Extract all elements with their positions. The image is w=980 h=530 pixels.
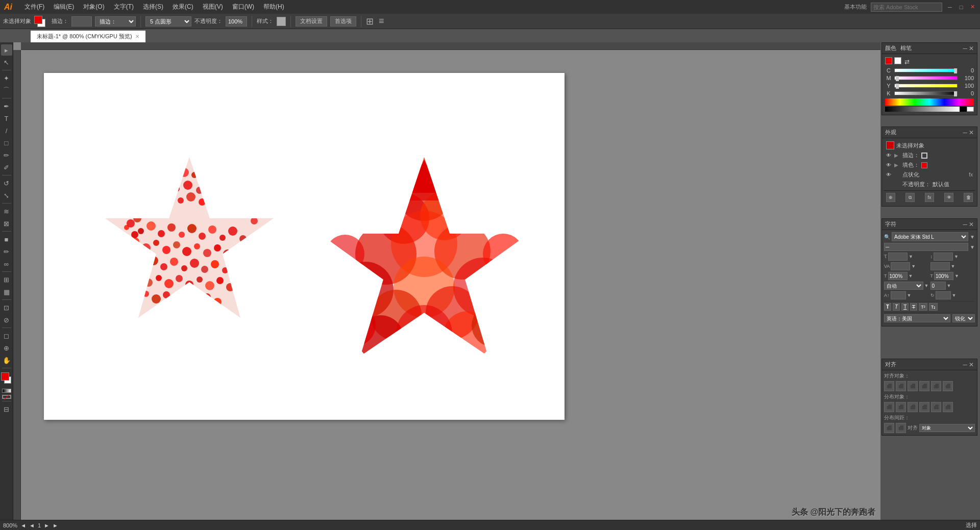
direct-selection-tool[interactable]: ↖ (1, 57, 12, 68)
menu-edit[interactable]: 编辑(E) (50, 2, 78, 12)
menu-type[interactable]: 文字(T) (110, 2, 138, 12)
stroke-swatch[interactable] (921, 153, 927, 159)
hand-tool[interactable]: ✋ (1, 355, 12, 366)
yellow-slider-thumb[interactable] (896, 84, 899, 89)
menu-object[interactable]: 对象(O) (79, 2, 108, 12)
dist-space-h-btn[interactable]: ⬛ (884, 423, 894, 433)
black-swatch-small[interactable] (960, 107, 967, 112)
auto-expand[interactable]: ▼ (924, 283, 929, 288)
appearance-panel-minimize[interactable]: ─ (963, 129, 967, 136)
align-top-btn[interactable]: ⬛ (919, 381, 929, 391)
selection-tool[interactable]: ▸ (1, 44, 12, 56)
font-dropdown[interactable]: Adobe 宋体 Std L (892, 232, 968, 241)
fill-eye-icon[interactable]: 👁 (886, 162, 892, 168)
menu-help[interactable]: 帮助(H) (259, 2, 288, 12)
lasso-tool[interactable]: ⌒ (1, 85, 12, 96)
opacity-input[interactable] (226, 16, 247, 27)
warp-tool[interactable]: ≋ (1, 206, 12, 217)
align-center-v-btn[interactable]: ⬛ (931, 381, 941, 391)
zoom-tool[interactable]: ⊕ (1, 342, 12, 354)
rotation-expand[interactable]: ▼ (952, 293, 957, 298)
spacing-expand[interactable]: ▼ (947, 283, 951, 288)
shape-dropdown[interactable]: 5 点圆形 (145, 16, 191, 27)
baseline-expand[interactable]: ▼ (907, 293, 912, 298)
pencil-tool[interactable]: ✐ (1, 162, 12, 173)
adobe-stock-search[interactable] (871, 3, 942, 12)
rotate-tool[interactable]: ↺ (1, 178, 12, 189)
dist-space-v-btn[interactable]: ⬛ (896, 423, 906, 433)
tracking-input[interactable]: 100% (891, 262, 910, 270)
close-button[interactable]: ✕ (969, 4, 976, 11)
dist-center-h-btn[interactable]: ⬛ (896, 402, 906, 412)
align-right-btn[interactable]: ⬛ (908, 381, 918, 391)
white-swatch-small[interactable] (967, 107, 974, 112)
magenta-slider-thumb[interactable] (896, 76, 899, 81)
app-icon-eye[interactable]: 👁 (944, 193, 953, 202)
font-style-expand[interactable]: ▼ (970, 244, 975, 250)
menu-window[interactable]: 窗口(W) (228, 2, 258, 12)
rectangle-tool[interactable]: □ (1, 137, 12, 148)
gradient-swatch[interactable] (2, 389, 11, 393)
size-expand[interactable]: ▼ (909, 254, 913, 259)
fill-expand-icon[interactable]: ▶ (894, 162, 900, 168)
menu-select[interactable]: 选择(S) (139, 2, 167, 12)
black-slider-thumb[interactable] (954, 91, 957, 96)
artboard-tool[interactable]: ⊡ (1, 302, 12, 313)
color-panel-minimize[interactable]: ─ (963, 45, 967, 52)
appearance-panel-close[interactable]: ✕ (969, 129, 974, 136)
stroke-width-input[interactable] (71, 16, 92, 27)
dist-left-btn[interactable]: ⬛ (884, 402, 894, 412)
h-scale-expand[interactable]: ▼ (909, 273, 913, 279)
dist-top-btn[interactable]: ⬛ (919, 402, 929, 412)
font-style-input[interactable]: ─ (884, 243, 968, 251)
doc-setup-button[interactable]: 文档设置 (296, 16, 327, 27)
fill-color-swatch[interactable] (34, 16, 42, 24)
app-icon-fx[interactable]: fx (925, 193, 934, 202)
menu-file[interactable]: 文件(F) (20, 2, 48, 12)
dist-bottom-btn[interactable]: ⬛ (943, 402, 953, 412)
aa-select[interactable]: 锐化 (952, 314, 975, 322)
tracking-expand[interactable]: ▼ (911, 264, 916, 269)
effect-fx-label[interactable]: fx (969, 172, 973, 178)
app-icon-duplicate[interactable]: ⧉ (905, 193, 915, 202)
type-tool[interactable]: T (1, 113, 12, 124)
minimize-button[interactable]: ─ (946, 4, 953, 11)
document-tab[interactable]: 未标题-1* @ 800% (CMYK/GPU 预览) ✕ (31, 30, 146, 42)
bottom-arrow-left[interactable]: ◄ (20, 522, 26, 528)
stroke-type-dropdown[interactable]: 描边： (95, 16, 136, 27)
color-panel-close[interactable]: ✕ (969, 45, 974, 52)
bw-spectrum[interactable] (885, 107, 960, 112)
font-size-input[interactable]: 12 pt (888, 253, 908, 261)
pen-tool[interactable]: ✒ (1, 100, 12, 112)
tab-close-button[interactable]: ✕ (135, 34, 139, 39)
leading-expand[interactable]: ▼ (954, 254, 959, 259)
char-panel-minimize[interactable]: ─ (963, 221, 967, 228)
blend-tool[interactable]: ∞ (1, 258, 12, 269)
prefs-button[interactable]: 首选项 (330, 16, 356, 27)
h-scale-input[interactable] (888, 272, 908, 280)
underline-button[interactable]: T (901, 303, 909, 311)
app-icon-add[interactable]: ⊕ (886, 193, 895, 202)
align-panel-close[interactable]: ✕ (969, 361, 974, 368)
subscript-button[interactable]: T₂ (929, 303, 938, 311)
spacing-input[interactable] (930, 282, 946, 290)
bold-button[interactable]: T (884, 303, 891, 311)
eraser-tool[interactable]: ◻ (1, 330, 12, 341)
align-to-select[interactable]: 对象 (919, 424, 975, 432)
effect-eye-icon[interactable]: 👁 (886, 172, 892, 178)
align-center-h-btn[interactable]: ⬛ (896, 381, 906, 391)
bottom-arrow-next[interactable]: ► (44, 522, 50, 528)
scale-tool[interactable]: ⤡ (1, 190, 12, 201)
kerning-expand[interactable]: ▼ (951, 264, 955, 269)
free-transform-tool[interactable]: ⊠ (1, 218, 12, 229)
char-panel-close[interactable]: ✕ (969, 221, 974, 228)
mesh-tool[interactable]: ⊞ (1, 274, 12, 285)
bottom-arrow-right[interactable]: ► (53, 522, 58, 528)
stroke-expand-icon[interactable]: ▶ (894, 153, 900, 158)
gradient-tool[interactable]: ■ (1, 234, 12, 245)
v-scale-input[interactable] (934, 272, 953, 280)
stroke-eye-icon[interactable]: 👁 (886, 153, 892, 158)
italic-button[interactable]: T (893, 303, 900, 311)
style-swatch[interactable] (277, 17, 286, 26)
font-expand-icon[interactable]: ▼ (970, 234, 975, 240)
